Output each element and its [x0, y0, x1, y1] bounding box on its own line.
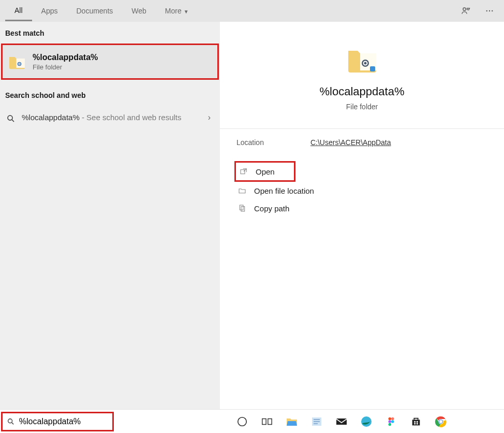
- search-icon: [5, 112, 17, 123]
- task-view-icon[interactable]: [260, 414, 274, 429]
- open-action[interactable]: Open: [234, 161, 295, 182]
- figma-icon[interactable]: [384, 414, 398, 429]
- edge-icon[interactable]: [359, 414, 374, 429]
- svg-rect-10: [241, 207, 245, 211]
- store-icon[interactable]: [409, 414, 423, 429]
- preview-folder-icon: [346, 42, 379, 76]
- file-explorer-icon[interactable]: [285, 414, 299, 429]
- divider: [220, 128, 504, 129]
- folder-location-icon: [238, 186, 247, 195]
- svg-point-4: [18, 62, 22, 66]
- search-web-label: Search school and web: [0, 80, 220, 106]
- taskbar: [0, 409, 504, 433]
- open-file-location-label: Open file location: [254, 186, 314, 195]
- svg-point-1: [486, 10, 487, 11]
- copy-path-action[interactable]: Copy path: [234, 199, 504, 217]
- chevron-down-icon: ▼: [184, 9, 189, 15]
- best-match-result[interactable]: %localappdata% File folder: [1, 44, 219, 80]
- copy-path-label: Copy path: [254, 204, 289, 213]
- open-file-location-action[interactable]: Open file location: [234, 182, 504, 199]
- cortana-icon[interactable]: [235, 414, 249, 429]
- web-result-text: %localappdata% - See school and web resu…: [22, 112, 200, 123]
- svg-rect-22: [414, 421, 416, 423]
- location-path[interactable]: C:\Users\ACER\AppData: [310, 138, 391, 147]
- svg-point-20: [391, 420, 394, 423]
- chevron-right-icon: ›: [205, 113, 214, 122]
- tab-web[interactable]: Web: [122, 2, 156, 20]
- feedback-icon[interactable]: [461, 6, 471, 16]
- search-box[interactable]: [1, 412, 114, 431]
- svg-point-0: [463, 8, 466, 10]
- tab-more[interactable]: More▼: [156, 2, 198, 20]
- preview-title: %localappdata%: [220, 85, 504, 98]
- best-match-subtitle: File folder: [33, 63, 98, 71]
- svg-rect-25: [417, 423, 418, 424]
- svg-point-12: [238, 417, 247, 426]
- svg-point-2: [489, 10, 490, 11]
- copy-icon: [238, 204, 247, 213]
- svg-point-21: [389, 423, 392, 426]
- mail-icon[interactable]: [334, 414, 349, 429]
- search-input[interactable]: [19, 417, 108, 426]
- notepad-icon[interactable]: [309, 414, 324, 429]
- results-panel: Best match %localappdata% File folder Se…: [0, 22, 220, 433]
- svg-rect-8: [241, 170, 245, 174]
- open-label: Open: [256, 167, 275, 176]
- best-match-label: Best match: [0, 22, 220, 44]
- location-label: Location: [236, 138, 264, 147]
- preview-subtitle: File folder: [220, 103, 504, 111]
- svg-point-19: [389, 420, 392, 423]
- svg-rect-7: [370, 66, 375, 71]
- open-icon: [239, 167, 248, 176]
- svg-point-17: [389, 417, 392, 420]
- svg-rect-23: [417, 421, 418, 423]
- svg-point-3: [492, 10, 493, 11]
- best-match-title: %localappdata%: [33, 53, 98, 62]
- tab-apps[interactable]: Apps: [32, 2, 67, 20]
- svg-rect-24: [414, 423, 416, 424]
- svg-rect-13: [262, 418, 266, 424]
- search-filter-tabs: All Apps Documents Web More▼: [0, 0, 504, 22]
- svg-rect-9: [240, 205, 243, 210]
- tab-all[interactable]: All: [5, 1, 32, 21]
- svg-rect-14: [268, 418, 272, 424]
- more-options-icon[interactable]: [484, 6, 495, 16]
- svg-point-18: [391, 417, 394, 420]
- svg-point-11: [8, 418, 12, 423]
- svg-point-5: [8, 116, 12, 120]
- folder-icon: [8, 52, 26, 71]
- search-icon: [7, 417, 15, 426]
- tab-documents[interactable]: Documents: [67, 2, 122, 20]
- web-search-result[interactable]: %localappdata% - See school and web resu…: [0, 106, 220, 129]
- svg-point-28: [439, 420, 442, 423]
- chrome-icon[interactable]: [434, 414, 448, 429]
- svg-point-6: [362, 60, 369, 67]
- preview-panel: %localappdata% File folder Location C:\U…: [220, 22, 504, 433]
